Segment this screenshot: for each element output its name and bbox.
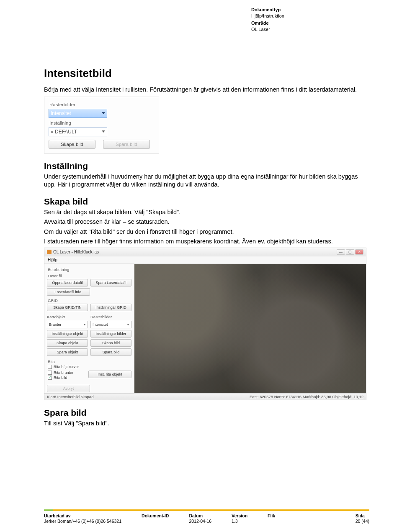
rita-bild-checkbox[interactable]: ✓Rita bild (48, 376, 86, 380)
status-bar: Klart! Intensitetbild skapad. East: 6205… (44, 393, 366, 400)
rita-branter-label: Rita branter (54, 371, 73, 375)
laserdatafil-info-button[interactable]: Laserdatafil info. (47, 288, 90, 296)
footer-utarbetad-label: Utarbetad av (44, 513, 121, 518)
footer-utarbetad-value: Jerker Boman/+46 (0)+46 (0)26 546321 (44, 519, 121, 524)
skapa-bild-button-2[interactable]: Skapa bild (90, 339, 131, 347)
spara-bild-button[interactable]: Spara bild (103, 140, 150, 149)
doctype-value: Hjälp/Instruktion (251, 13, 284, 19)
status-right: East: 620578 North: 6734116 Markhöjd: 35… (250, 394, 363, 399)
chevron-down-icon (127, 324, 129, 325)
skapa-objekt-button[interactable]: Skapa objekt (47, 339, 88, 347)
spara-bild-button-2[interactable]: Spara bild (90, 348, 131, 356)
close-button[interactable]: ✕ (355, 249, 363, 255)
rita-hojdkurvor-checkbox[interactable]: Rita höjdkurvor (48, 365, 131, 369)
inst-rita-objekt-button[interactable]: Inst. rita objekt (88, 371, 131, 378)
footer-datum-value: 2012-04-16 (189, 519, 211, 524)
page-title: Intensitetbild (44, 67, 369, 80)
spara-objekt-button[interactable]: Spara objekt (47, 348, 88, 356)
rita-label: Rita (48, 359, 131, 364)
menu-hjalp[interactable]: Hjälp (48, 258, 57, 262)
rasterbilder-label-2: Rasterbilder (90, 315, 131, 319)
footer-sida-label: Sida (356, 513, 369, 518)
footer-datum-label: Datum (189, 513, 211, 518)
intensitet-dropdown-value: Intensitet (51, 110, 71, 116)
page-footer: Utarbetad avJerker Boman/+46 (0)+46 (0)2… (0, 509, 402, 524)
rasterbilder-label: Rasterbilder (49, 102, 155, 107)
kartobjekt-dropdown[interactable]: Branter (47, 321, 88, 328)
rita-hojdkurvor-label: Rita höjdkurvor (54, 365, 79, 369)
rita-bild-label: Rita bild (54, 376, 67, 380)
window-title: OL Laser - HilleKlack.las (53, 250, 99, 254)
checkbox-icon: ✓ (48, 376, 52, 380)
oppna-laserdatafil-button[interactable]: Öppna laserdatafil (47, 279, 88, 286)
installning-dropdown-value: » DEFAULT (51, 129, 77, 135)
rasterbilder-dropdown[interactable]: Intensitet (90, 321, 131, 328)
kartobjekt-value: Branter (49, 322, 62, 327)
document-header: Dokumenttyp Hjälp/Instruktion Område OL … (251, 7, 284, 32)
grid-label: GRID (48, 298, 131, 303)
window-titlebar: OL Laser - HilleKlack.las — ▢ ✕ (44, 248, 366, 256)
footer-version-value: 1.3 (232, 519, 247, 524)
footer-flik-label: Flik (268, 513, 275, 518)
checkbox-icon (48, 365, 52, 369)
bearbetning-label: Bearbetning (48, 267, 131, 272)
installningar-objekt-button[interactable]: Inställningar objekt (47, 330, 88, 338)
intensity-image (134, 264, 366, 393)
checkbox-icon (48, 371, 52, 375)
maximize-button[interactable]: ▢ (346, 249, 354, 255)
rasterbilder-value: Intensitet (93, 322, 108, 327)
chevron-down-icon (102, 112, 105, 114)
intensitet-dropdown[interactable]: Intensitet (49, 109, 107, 118)
installningar-grid-button[interactable]: Inställningar GRID (90, 304, 131, 311)
chevron-down-icon (83, 324, 86, 325)
image-viewport[interactable] (134, 264, 366, 393)
screenshot-rasterbilder-panel: Rasterbilder Intensitet Inställning » DE… (44, 97, 159, 153)
screenshot-app-window: OL Laser - HilleKlack.las — ▢ ✕ Hjälp Be… (44, 248, 366, 400)
footer-divider (44, 509, 369, 511)
footer-version-label: Version (232, 513, 247, 518)
installning-dropdown[interactable]: » DEFAULT (49, 127, 107, 136)
kartobjekt-label: Kartobjekt (47, 315, 88, 319)
installning-paragraph: Under systemunderhåll i huvudmeny har du… (44, 173, 369, 189)
rita-branter-checkbox[interactable]: Rita branter (48, 371, 86, 375)
installningar-bilder-button[interactable]: Inställningar bilder (90, 330, 131, 338)
menubar: Hjälp (44, 256, 366, 264)
chevron-down-icon (102, 130, 105, 133)
status-left: Klart! Intensitetbild skapad. (47, 394, 95, 399)
section-skapa-bild: Skapa bild (44, 197, 369, 207)
sidebar: Bearbetning Laser fil Öppna laserdatafil… (44, 264, 134, 393)
footer-sida-value: 20 (44) (356, 519, 369, 524)
section-installning: Inställning (44, 161, 369, 171)
footer-dokumentid-label: Dokument-ID (142, 513, 169, 518)
skapa-paragraph-3: Om du väljer att "Rita bild" ser du den … (44, 228, 369, 236)
app-icon (47, 250, 52, 254)
area-value: OL Laser (251, 26, 284, 33)
intro-paragraph: Börja med att välja Intensitet i rullist… (44, 86, 369, 94)
installning-label: Inställning (49, 120, 155, 125)
skapa-paragraph-1: Sen är det dags att skapa bilden. Välj "… (44, 208, 369, 217)
doctype-label: Dokumenttyp (251, 7, 284, 13)
minimize-button[interactable]: — (337, 249, 345, 255)
spara-paragraph: Till sist Välj "Spara bild". (44, 419, 369, 428)
area-label: Område (251, 20, 284, 26)
skapa-grid-button[interactable]: Skapa GRID/TIN (47, 304, 88, 311)
skapa-paragraph-2: Avvakta till processen är klar – se stat… (44, 218, 369, 226)
section-spara-bild: Spara bild (44, 408, 369, 418)
skapa-paragraph-4: I statusraden nere till höger finns info… (44, 238, 369, 246)
laserfil-label: Laser fil (48, 274, 131, 278)
avbryt-button[interactable]: Avbryt (47, 385, 90, 392)
skapa-bild-button[interactable]: Skapa bild (49, 140, 95, 149)
spara-laserdatafil-button[interactable]: Spara Laserdatafil (90, 279, 131, 286)
